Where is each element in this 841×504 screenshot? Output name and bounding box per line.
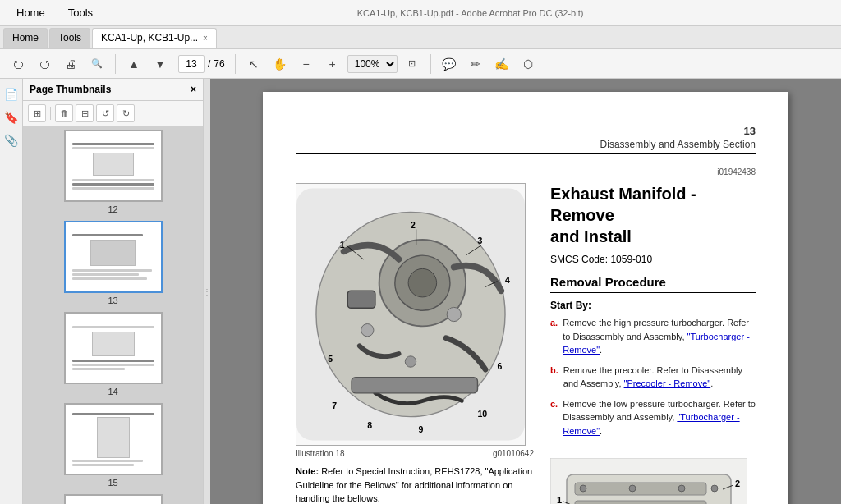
svg-point-7: [447, 307, 461, 321]
toolbar-nav-down-btn[interactable]: ▼: [149, 53, 172, 76]
thumb-label-13: 13: [108, 296, 117, 305]
illustration-column: 1 2 3 4 5 6 7 8 9 10: [296, 183, 534, 504]
tab-home[interactable]: Home: [3, 28, 48, 48]
sidebar-extract-btn[interactable]: ⊟: [76, 104, 94, 122]
toolbar-nav-up-btn[interactable]: ▲: [122, 53, 145, 76]
comment-btn[interactable]: 💬: [438, 53, 461, 76]
tab-tools-label: Tools: [58, 32, 81, 44]
svg-text:2: 2: [735, 479, 740, 488]
svg-text:3: 3: [477, 236, 482, 245]
tab-home-label: Home: [12, 32, 39, 44]
page-separator: /: [208, 58, 210, 70]
illus-code: g01010642: [493, 449, 534, 458]
sidebar-grid-btn[interactable]: ⊞: [28, 104, 46, 122]
doc-ref: i01942438: [296, 167, 756, 176]
thumb-label-12: 12: [108, 204, 117, 214]
sign-btn[interactable]: ✍: [490, 53, 513, 76]
thumb-label-14: 14: [108, 387, 117, 396]
proc-link-c[interactable]: "Turbocharger - Remove": [563, 412, 739, 436]
illus-caption-row: Illustration 18 g01010642: [296, 449, 534, 458]
tab-document[interactable]: KCA1-Up, KCB1-Up... ×: [92, 28, 217, 48]
highlight-btn[interactable]: ✏: [464, 53, 487, 76]
thumbnail-area[interactable]: 12 13: [23, 126, 203, 504]
thumbnail-14[interactable]: 14: [26, 312, 200, 396]
attachments-icon[interactable]: 📎: [2, 131, 21, 149]
note-text: Refer to Special Instruction, REHS1728, …: [296, 466, 532, 503]
hand-tool-btn[interactable]: ✋: [269, 53, 292, 76]
svg-text:5: 5: [328, 354, 333, 364]
sidebar-delete-btn[interactable]: 🗑: [55, 104, 73, 122]
menu-tools[interactable]: Tools: [58, 2, 103, 24]
resize-handle[interactable]: ⋮: [204, 79, 210, 504]
tab-close-icon[interactable]: ×: [203, 34, 208, 43]
proc-label-a: a.: [550, 316, 558, 357]
proc-step-b: b. Remove the precooler. Refer to Disass…: [550, 364, 756, 391]
zoom-in-btn[interactable]: +: [321, 53, 344, 76]
doc-view[interactable]: 13 Disassembly and Assembly Section i019…: [210, 79, 841, 504]
svg-text:6: 6: [497, 361, 502, 371]
sidebar-close-btn[interactable]: ×: [191, 84, 196, 95]
fit-page-btn[interactable]: ⊡: [401, 53, 424, 76]
svg-point-4: [408, 268, 437, 297]
svg-rect-9: [347, 291, 375, 308]
svg-text:8: 8: [367, 420, 372, 430]
menu-home[interactable]: Home: [7, 2, 55, 24]
sidebar-title: Page Thumbnails: [30, 84, 111, 95]
bookmarks-icon[interactable]: 🔖: [2, 108, 21, 126]
thumb-img-13: [64, 221, 163, 293]
sidebar-undo-btn[interactable]: ↺: [96, 104, 114, 122]
svg-rect-26: [575, 483, 706, 495]
svg-text:1: 1: [340, 240, 345, 250]
page-total: 76: [214, 58, 224, 70]
cursor-tool-btn[interactable]: ↖: [242, 53, 265, 76]
tab-document-label: KCA1-Up, KCB1-Up...: [101, 32, 198, 44]
thumbnail-12[interactable]: 12: [26, 130, 200, 214]
toolbar-forward-btn[interactable]: ⭯: [33, 53, 56, 76]
toolbar-back-btn[interactable]: ⭮: [7, 53, 30, 76]
left-icons-panel: 📄 🔖 📎: [0, 79, 23, 504]
svg-text:9: 9: [419, 424, 424, 434]
illus-label: Illustration 18: [296, 449, 344, 458]
thumbnail-16[interactable]: 16: [26, 494, 200, 504]
tab-tools[interactable]: Tools: [49, 28, 90, 48]
bottom-illustration-svg: 1 2: [550, 458, 747, 504]
pages-icon[interactable]: 📄: [2, 85, 21, 103]
svg-text:2: 2: [411, 220, 416, 230]
doc-title: Exhaust Manifold - Remove and Install: [550, 183, 756, 247]
thumb-img-12: [64, 130, 163, 202]
sidebar-header: Page Thumbnails ×: [23, 79, 203, 101]
zoom-out-btn[interactable]: −: [295, 53, 318, 76]
svg-point-8: [405, 356, 416, 367]
sidebar-redo-btn[interactable]: ↻: [117, 104, 135, 122]
proc-text-b: Remove the precooler. Refer to Disassemb…: [563, 364, 756, 391]
proc-text-a: Remove the high pressure turbocharger. R…: [563, 316, 756, 357]
page-input[interactable]: [178, 55, 205, 73]
page-number: 13: [296, 125, 756, 137]
thumb-img-15: [64, 403, 163, 475]
svg-point-30: [629, 485, 636, 492]
proc-label-b: b.: [550, 364, 558, 391]
sidebar-toolbar: ⊞ 🗑 ⊟ ↺ ↻: [23, 101, 203, 126]
svg-text:10: 10: [477, 409, 487, 419]
svg-point-31: [678, 485, 685, 492]
zoom-select[interactable]: 100% 75% 125% 150%: [347, 55, 398, 73]
toolbar-zoom-out-small-btn[interactable]: 🔍: [85, 53, 108, 76]
proc-text-c: Remove the low pressure turbocharger. Re…: [563, 397, 756, 438]
share-btn[interactable]: ⬡: [517, 53, 540, 76]
sidebar: Page Thumbnails × ⊞ 🗑 ⊟ ↺ ↻: [23, 79, 204, 504]
sep2: [235, 54, 236, 74]
svg-text:1: 1: [557, 495, 562, 504]
proc-link-a[interactable]: "Turbocharger - Remove": [563, 332, 750, 355]
main-illustration: 1 2 3 4 5 6 7 8 9 10: [296, 183, 526, 446]
proc-link-b[interactable]: "Precooler - Remove": [624, 378, 711, 388]
proc-step-a: a. Remove the high pressure turbocharger…: [550, 316, 756, 357]
page-columns: 1 2 3 4 5 6 7 8 9 10: [296, 183, 756, 504]
toolbar-print-btn[interactable]: 🖨: [59, 53, 82, 76]
svg-point-32: [711, 485, 718, 492]
menu-bar: Home Tools KCA1-Up, KCB1-Up.pdf - Adobe …: [0, 0, 841, 26]
thumbnail-13[interactable]: 13: [26, 221, 200, 305]
note-block: Note: Refer to Special Instruction, REHS…: [296, 465, 534, 504]
thumb-img-16: [64, 494, 163, 504]
thumbnail-15[interactable]: 15: [26, 403, 200, 488]
page-container: 13 Disassembly and Assembly Section i019…: [263, 92, 788, 504]
